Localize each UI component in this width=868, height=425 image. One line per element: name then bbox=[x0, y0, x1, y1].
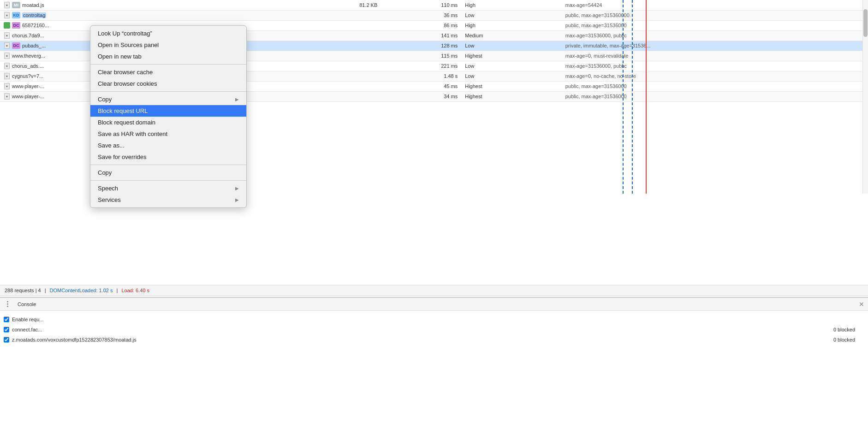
resource-name-text: www-player-... bbox=[12, 83, 44, 89]
menu-item-speech[interactable]: Speech▶ bbox=[90, 183, 246, 194]
resource-size bbox=[301, 20, 381, 30]
file-type-icon: ■ bbox=[4, 2, 10, 8]
menu-item-label: Services bbox=[98, 196, 235, 203]
resource-priority: Highest bbox=[461, 91, 561, 101]
menu-item-open-sources[interactable]: Open in Sources panel bbox=[90, 39, 246, 51]
resource-priority: Highest bbox=[461, 51, 561, 61]
console-header: Console ✕ bbox=[0, 298, 868, 311]
console-tab[interactable]: Console bbox=[15, 301, 39, 308]
menu-separator bbox=[90, 165, 246, 165]
filter-checkbox[interactable] bbox=[4, 327, 9, 332]
menu-item-save-har[interactable]: Save as HAR with content bbox=[90, 128, 246, 140]
menu-item-label: Copy bbox=[98, 169, 239, 176]
resource-time: 34 ms bbox=[381, 91, 461, 101]
waterfall-scrollbar[interactable] bbox=[862, 0, 868, 194]
resource-cache-control: public, max-age=315360000 bbox=[562, 10, 862, 20]
submenu-arrow-icon: ▶ bbox=[235, 97, 239, 102]
resource-priority: Low bbox=[461, 61, 561, 71]
submenu-arrow-icon: ▶ bbox=[235, 197, 239, 202]
filter-label: z.moatads.com/voxcustomdfp152282307853/m… bbox=[12, 337, 137, 342]
console-dots-menu[interactable] bbox=[4, 301, 11, 308]
request-count: 288 requests | 4 bbox=[5, 288, 41, 293]
waterfall-blue-line2 bbox=[632, 0, 634, 194]
console-panel: Console ✕ Enable requ...connect.fac...0 … bbox=[0, 297, 868, 425]
resource-name-text: moatad.js bbox=[22, 2, 44, 8]
resource-badge: KD bbox=[12, 12, 20, 18]
resource-cache-control: private, immutable, max-age=31536... bbox=[562, 41, 862, 51]
resource-cache-control: max-age=0, must-revalidate bbox=[562, 51, 862, 61]
dot3 bbox=[7, 306, 8, 307]
console-body: Enable requ...connect.fac...0 blockedz.m… bbox=[0, 311, 868, 348]
blocked-count: 0 blocked bbox=[833, 327, 864, 332]
menu-item-label: Save for overrides bbox=[98, 153, 239, 160]
menu-separator bbox=[90, 64, 246, 65]
resource-cache-control: public, max-age=31536000 bbox=[562, 81, 862, 91]
file-type-icon bbox=[4, 22, 10, 29]
resource-cache-control: max-age=31536000, public bbox=[562, 61, 862, 71]
submenu-arrow-icon: ▶ bbox=[235, 186, 239, 191]
resource-time: 86 ms bbox=[381, 20, 461, 30]
menu-item-services[interactable]: Services▶ bbox=[90, 194, 246, 206]
scrollbar-thumb[interactable] bbox=[863, 9, 868, 37]
menu-item-save-overrides[interactable]: Save for overrides bbox=[90, 151, 246, 163]
filter-checkbox[interactable] bbox=[4, 317, 9, 322]
waterfall-red-line bbox=[646, 0, 648, 194]
resource-priority: High bbox=[461, 0, 561, 10]
resource-name-text: 65872160... bbox=[22, 23, 49, 28]
resource-badge: MI bbox=[12, 2, 20, 8]
file-type-icon: ■ bbox=[4, 32, 10, 39]
resource-cache-control: max-age=31536000, public bbox=[562, 30, 862, 41]
resource-priority: Medium bbox=[461, 30, 561, 41]
menu-item-lookup[interactable]: Look Up “controltag” bbox=[90, 28, 246, 39]
resource-size bbox=[301, 41, 381, 51]
menu-item-copy1[interactable]: Copy▶ bbox=[90, 94, 246, 105]
resource-time: 141 ms bbox=[381, 30, 461, 41]
filter-label: connect.fac... bbox=[12, 327, 42, 332]
resource-time: 45 ms bbox=[381, 81, 461, 91]
menu-item-save-as[interactable]: Save as... bbox=[90, 140, 246, 151]
resource-priority: Highest bbox=[461, 81, 561, 91]
menu-item-label: Block request domain bbox=[98, 119, 239, 126]
network-panel: ■MImoatad.js81.2 KB110 msHighmax-age=544… bbox=[0, 0, 868, 425]
waterfall-blue-line1 bbox=[623, 0, 624, 194]
menu-item-label: Block request URL bbox=[98, 107, 239, 114]
resource-size bbox=[301, 61, 381, 71]
resource-cache-control: max-age=54424 bbox=[562, 0, 862, 10]
resource-time: 221 ms bbox=[381, 61, 461, 71]
resource-time: 128 ms bbox=[381, 41, 461, 51]
resource-size bbox=[301, 10, 381, 20]
resource-size: 81.2 KB bbox=[301, 0, 381, 10]
resource-cache-control: public, max-age=31536000 bbox=[562, 20, 862, 30]
dot1 bbox=[7, 301, 8, 302]
menu-item-open-new-tab[interactable]: Open in new tab bbox=[90, 51, 246, 62]
menu-item-block-url[interactable]: Block request URL bbox=[90, 105, 246, 117]
file-type-icon: ■ bbox=[4, 42, 10, 49]
dot2 bbox=[7, 303, 8, 305]
resource-name-text: chorus_ads.... bbox=[12, 63, 44, 69]
console-close-button[interactable]: ✕ bbox=[859, 301, 864, 308]
menu-item-block-domain[interactable]: Block request domain bbox=[90, 117, 246, 128]
resource-priority: Low bbox=[461, 10, 561, 20]
resource-name-text: controltag bbox=[22, 12, 46, 18]
table-row[interactable]: ■MImoatad.js bbox=[0, 0, 301, 10]
resource-size bbox=[301, 91, 381, 101]
load-time: Load: 6.40 s bbox=[121, 288, 149, 293]
resource-name-text: chorus.7da9... bbox=[12, 33, 44, 38]
filter-row: z.moatads.com/voxcustomdfp152282307853/m… bbox=[4, 335, 864, 345]
resource-cache-control: max-age=0, no-cache, no-store bbox=[562, 71, 862, 81]
resource-time: 110 ms bbox=[381, 0, 461, 10]
resource-time: 36 ms bbox=[381, 10, 461, 20]
context-menu: Look Up “controltag”Open in Sources pane… bbox=[90, 25, 247, 208]
resource-size bbox=[301, 71, 381, 81]
menu-item-label: Copy bbox=[98, 96, 235, 103]
status-separator1: | bbox=[45, 288, 46, 293]
resource-name-text: cygnus?v=7... bbox=[12, 73, 43, 79]
menu-item-copy2[interactable]: Copy bbox=[90, 167, 246, 178]
resource-priority: Low bbox=[461, 41, 561, 51]
menu-item-clear-cache[interactable]: Clear browser cache bbox=[90, 66, 246, 78]
table-row[interactable]: ■KDcontroltag bbox=[0, 10, 301, 20]
resource-badge: DC bbox=[12, 22, 20, 29]
file-type-icon: ■ bbox=[4, 53, 10, 59]
menu-item-clear-cookies[interactable]: Clear browser cookies bbox=[90, 78, 246, 89]
filter-checkbox[interactable] bbox=[4, 337, 9, 342]
